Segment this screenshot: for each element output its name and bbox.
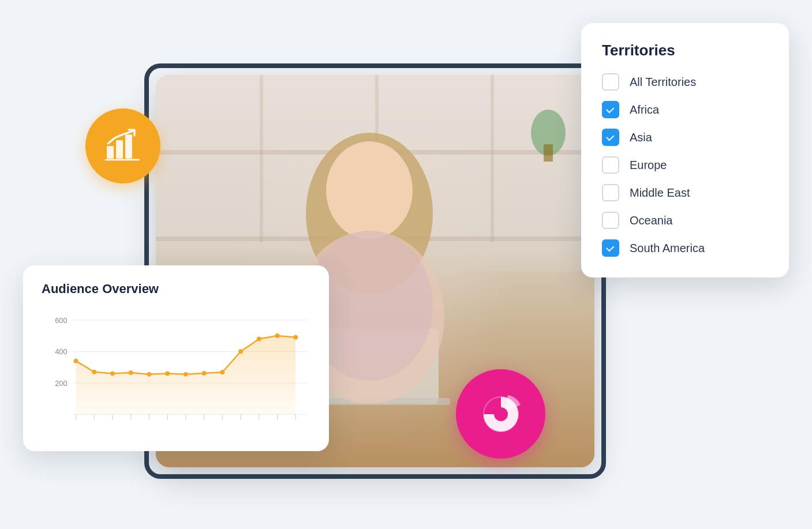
data-point-10: [238, 349, 243, 354]
territory-item-south-america[interactable]: South America: [602, 239, 768, 257]
territory-label-middle-east: Middle East: [630, 186, 690, 200]
territories-title: Territories: [602, 42, 768, 59]
svg-point-19: [494, 407, 508, 421]
territory-label-asia: Asia: [630, 131, 652, 144]
territory-label-all: All Territories: [630, 76, 696, 89]
data-point-12: [275, 333, 280, 338]
territory-item-africa[interactable]: Africa: [602, 101, 768, 118]
territory-label-europe: Europe: [630, 159, 667, 172]
data-point-13: [293, 335, 298, 340]
data-point-11: [257, 337, 261, 342]
data-point-9: [220, 370, 224, 374]
y-label-200: 200: [55, 379, 67, 388]
bar-chart-icon: [103, 126, 143, 166]
territory-label-south-america: South America: [630, 242, 705, 255]
data-point-4: [129, 370, 133, 375]
data-point-7: [184, 372, 188, 377]
territory-item-oceania[interactable]: Oceania: [602, 212, 768, 229]
checkbox-middle-east[interactable]: [602, 184, 619, 201]
data-point-1: [74, 359, 78, 363]
territory-item-all[interactable]: All Territories: [602, 73, 768, 91]
bar-chart-circle: [85, 108, 160, 183]
checkbox-all-territories[interactable]: [602, 73, 619, 91]
pie-chart-circle: [456, 369, 545, 459]
territory-item-europe[interactable]: Europe: [602, 156, 768, 174]
audience-chart: 600 400 200: [42, 308, 310, 435]
svg-rect-14: [107, 146, 114, 159]
pie-chart-icon: [478, 391, 524, 437]
territory-label-africa: Africa: [630, 103, 659, 117]
checkbox-europe[interactable]: [602, 156, 619, 174]
checkbox-africa[interactable]: [602, 101, 619, 118]
audience-card: Audience Overview 600 400 200: [23, 265, 329, 451]
territory-label-oceania: Oceania: [630, 214, 673, 227]
checkbox-south-america[interactable]: [602, 239, 619, 257]
territory-item-middle-east[interactable]: Middle East: [602, 184, 768, 201]
chart-area: 600 400 200: [42, 308, 310, 435]
territory-item-asia[interactable]: Asia: [602, 129, 768, 146]
data-point-2: [92, 370, 96, 374]
data-point-8: [202, 371, 207, 376]
y-label-600: 600: [55, 316, 67, 325]
territories-card: Territories All Territories Africa Asia …: [581, 23, 789, 277]
data-point-3: [110, 372, 115, 376]
svg-rect-16: [125, 134, 132, 159]
checkbox-oceania[interactable]: [602, 212, 619, 229]
checkbox-asia[interactable]: [602, 129, 619, 146]
data-point-5: [147, 372, 151, 377]
y-label-400: 400: [55, 347, 67, 356]
data-point-6: [165, 372, 170, 376]
svg-rect-15: [116, 140, 123, 159]
audience-overview-title: Audience Overview: [42, 282, 310, 297]
